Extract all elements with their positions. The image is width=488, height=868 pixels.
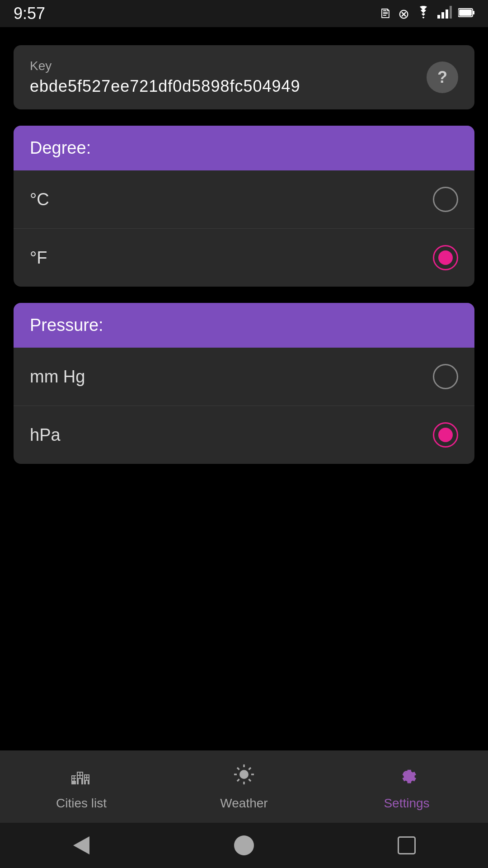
hpa-radio-fill bbox=[438, 428, 453, 442]
settings-icon bbox=[395, 763, 418, 792]
nav-cities-label: Cities list bbox=[56, 796, 107, 811]
system-nav bbox=[0, 823, 488, 868]
svg-rect-1 bbox=[441, 12, 444, 19]
pressure-header: Pressure: bbox=[14, 303, 474, 348]
fahrenheit-option[interactable]: °F bbox=[14, 228, 474, 287]
key-value: ebde5f527ee721df0d5898fc504949 bbox=[30, 77, 300, 96]
nav-settings[interactable]: Settings bbox=[325, 763, 488, 811]
home-button[interactable] bbox=[230, 832, 258, 859]
svg-rect-23 bbox=[86, 781, 88, 784]
svg-line-31 bbox=[249, 768, 251, 770]
key-card: Key ebde5f527ee721df0d5898fc504949 ? bbox=[14, 45, 474, 109]
back-button[interactable] bbox=[68, 832, 95, 859]
mmhg-label: mm Hg bbox=[30, 367, 85, 387]
svg-line-32 bbox=[237, 779, 239, 782]
nav-weather[interactable]: Weather bbox=[163, 763, 325, 811]
fahrenheit-radio[interactable] bbox=[433, 245, 458, 270]
status-icons: 🖹 ⊗ bbox=[379, 6, 474, 22]
signal-icon bbox=[437, 6, 452, 22]
main-content: Key ebde5f527ee721df0d5898fc504949 ? Deg… bbox=[0, 27, 488, 482]
hpa-label: hPa bbox=[30, 425, 61, 445]
wifi-icon bbox=[416, 6, 431, 22]
fahrenheit-label: °F bbox=[30, 248, 47, 268]
celsius-radio[interactable] bbox=[433, 187, 458, 212]
svg-rect-15 bbox=[78, 776, 80, 778]
recents-icon bbox=[398, 836, 416, 854]
svg-rect-11 bbox=[75, 779, 76, 781]
svg-rect-17 bbox=[79, 779, 81, 784]
nav-weather-label: Weather bbox=[220, 796, 267, 811]
fahrenheit-radio-fill bbox=[438, 250, 453, 265]
mmhg-option[interactable]: mm Hg bbox=[14, 348, 474, 406]
pressure-title: Pressure: bbox=[30, 316, 103, 335]
city-icon bbox=[70, 763, 93, 792]
back-icon bbox=[73, 836, 89, 854]
svg-rect-19 bbox=[85, 775, 86, 777]
degree-title: Degree: bbox=[30, 138, 91, 157]
mmhg-radio[interactable] bbox=[433, 364, 458, 389]
battery-icon bbox=[458, 6, 474, 21]
svg-rect-6 bbox=[459, 9, 472, 16]
svg-rect-10 bbox=[72, 779, 74, 781]
celsius-option[interactable]: °C bbox=[14, 170, 474, 228]
key-info: Key ebde5f527ee721df0d5898fc504949 bbox=[30, 59, 300, 96]
status-time: 9:57 bbox=[14, 4, 45, 23]
status-bar: 9:57 🖹 ⊗ bbox=[0, 0, 488, 27]
svg-rect-20 bbox=[87, 775, 89, 777]
svg-rect-14 bbox=[80, 773, 82, 775]
recents-button[interactable] bbox=[393, 832, 420, 859]
svg-rect-0 bbox=[437, 15, 440, 19]
svg-rect-2 bbox=[446, 9, 448, 19]
weather-icon bbox=[232, 763, 256, 792]
svg-rect-9 bbox=[75, 776, 76, 778]
home-icon bbox=[234, 835, 254, 855]
bottom-nav: Cities list Weather Setti bbox=[0, 750, 488, 823]
dnd-icon: ⊗ bbox=[398, 6, 409, 22]
svg-point-24 bbox=[239, 770, 249, 779]
svg-rect-13 bbox=[78, 773, 80, 775]
svg-rect-21 bbox=[85, 778, 86, 780]
notification-icon: 🖹 bbox=[379, 6, 392, 21]
nav-cities-list[interactable]: Cities list bbox=[0, 763, 163, 811]
svg-line-29 bbox=[237, 768, 239, 770]
pressure-section: Pressure: mm Hg hPa bbox=[14, 303, 474, 464]
svg-line-30 bbox=[249, 779, 251, 782]
hpa-option[interactable]: hPa bbox=[14, 406, 474, 464]
hpa-radio[interactable] bbox=[433, 422, 458, 448]
celsius-label: °C bbox=[30, 190, 49, 209]
svg-rect-16 bbox=[80, 776, 82, 778]
svg-rect-3 bbox=[450, 6, 452, 19]
svg-rect-5 bbox=[473, 11, 474, 14]
svg-rect-22 bbox=[87, 778, 89, 780]
degree-header: Degree: bbox=[14, 126, 474, 170]
help-icon: ? bbox=[437, 68, 447, 87]
degree-section: Degree: °C °F bbox=[14, 126, 474, 287]
svg-rect-8 bbox=[72, 776, 74, 778]
nav-settings-label: Settings bbox=[384, 796, 429, 811]
help-button[interactable]: ? bbox=[427, 61, 458, 93]
key-label: Key bbox=[30, 59, 300, 73]
